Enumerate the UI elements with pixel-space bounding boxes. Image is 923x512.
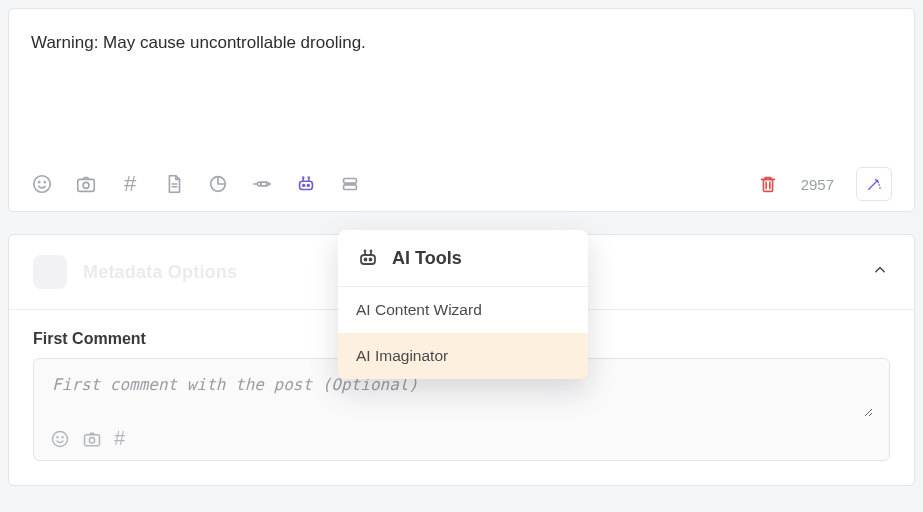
svg-point-0 [34,176,51,193]
ai-tools-popover-title: AI Tools [392,248,462,269]
char-count: 2957 [801,176,834,193]
hashtag-icon[interactable]: # [119,173,141,195]
document-icon[interactable] [163,173,185,195]
trash-icon[interactable] [757,173,779,195]
svg-point-1 [39,182,40,183]
ai-tools-item-imaginator[interactable]: AI Imaginator [338,333,588,379]
options-header-title: Metadata Options [83,262,237,283]
options-header-icon [33,255,67,289]
svg-rect-7 [300,181,313,189]
svg-point-17 [53,431,68,446]
pie-chart-icon[interactable] [207,173,229,195]
robot-icon [356,246,380,270]
svg-point-25 [365,251,366,252]
svg-point-9 [307,184,309,186]
svg-rect-14 [763,179,772,191]
emoji-icon[interactable] [50,429,70,449]
svg-rect-20 [85,434,100,445]
svg-point-23 [365,259,367,261]
emoji-icon[interactable] [31,173,53,195]
chevron-up-icon [870,260,890,284]
compose-textarea[interactable]: Warning: May cause uncontrollable drooli… [31,31,892,161]
hashtag-icon[interactable]: # [114,427,125,450]
camera-icon[interactable] [75,173,97,195]
ai-tools-popover: AI Tools AI Content Wizard AI Imaginator [338,230,588,379]
svg-point-24 [370,259,372,261]
svg-point-11 [308,177,309,178]
svg-rect-13 [344,185,357,190]
svg-rect-3 [78,179,95,191]
first-comment-input[interactable] [50,373,873,417]
svg-rect-22 [361,255,375,264]
svg-point-4 [83,182,89,188]
svg-rect-12 [344,179,357,184]
svg-point-2 [44,182,45,183]
ai-tools-item-content-wizard[interactable]: AI Content Wizard [338,287,588,333]
svg-point-21 [89,437,94,442]
plug-icon[interactable] [251,173,273,195]
rows-icon[interactable] [339,173,361,195]
ai-tools-popover-header: AI Tools [338,230,588,287]
svg-point-10 [303,177,304,178]
svg-point-8 [303,184,305,186]
magic-wand-button[interactable] [856,167,892,201]
ai-tools-icon[interactable] [295,173,317,195]
compose-card: Warning: May cause uncontrollable drooli… [8,8,915,212]
camera-icon[interactable] [82,429,102,449]
first-comment-toolbar: # [50,421,873,450]
compose-toolbar: # 2957 [31,161,892,201]
svg-point-18 [57,436,58,437]
svg-point-26 [371,251,372,252]
svg-point-19 [62,436,63,437]
